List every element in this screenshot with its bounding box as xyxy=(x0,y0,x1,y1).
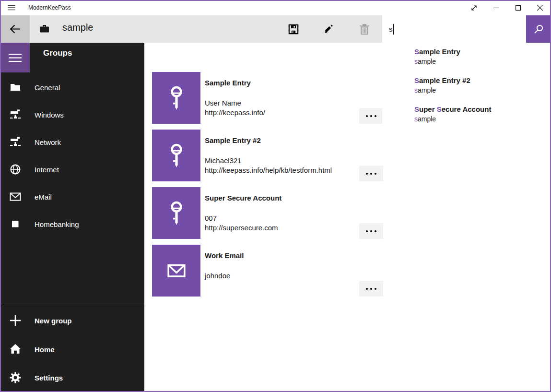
more-button[interactable] xyxy=(359,166,383,181)
sidebar-hamburger-button[interactable] xyxy=(0,43,30,72)
settings-button[interactable]: Settings xyxy=(0,364,144,391)
suggestion-title: Super Secure Account xyxy=(414,105,544,114)
sidebar-item-homebanking[interactable]: Homebanking xyxy=(0,211,144,238)
sidebar-action-label: New group xyxy=(35,317,72,325)
trash-icon xyxy=(360,24,369,35)
title-bar: ModernKeePass xyxy=(0,0,551,15)
sidebar-item-label: Network xyxy=(35,138,61,146)
sidebar-item-label: eMail xyxy=(35,193,52,201)
suggestion-item[interactable]: Super Secure Account sample xyxy=(414,105,544,124)
new-group-button[interactable]: New group xyxy=(0,307,144,334)
sidebar-item-label: Homebanking xyxy=(35,220,79,228)
more-button[interactable] xyxy=(359,108,383,124)
fullscreen-icon xyxy=(470,4,478,12)
sidebar-item-network[interactable]: Network xyxy=(0,129,144,155)
folder-icon xyxy=(10,82,21,93)
network-icon xyxy=(10,136,21,148)
entry-title: Sample Entry xyxy=(205,79,251,87)
app-bar: sample s xyxy=(0,15,551,43)
suggestion-item[interactable]: Sample Entry sample xyxy=(414,47,544,66)
entry-username: 007 xyxy=(205,214,217,223)
suggestion-item[interactable]: Sample Entry #2 sample xyxy=(414,76,544,95)
entry-row[interactable]: Work Email johndoe xyxy=(152,245,383,297)
entry-title: Super Secure Account xyxy=(205,194,281,202)
globe-icon xyxy=(10,164,21,175)
entry-row[interactable]: Super Secure Account 007 http://supersec… xyxy=(152,187,383,239)
sidebar-item-general[interactable]: General xyxy=(0,74,144,101)
sidebar-action-label: Settings xyxy=(35,374,63,382)
close-button[interactable] xyxy=(529,0,551,15)
database-briefcase-icon xyxy=(40,25,49,33)
entry-tile[interactable] xyxy=(152,245,200,297)
sidebar-item-internet[interactable]: Internet xyxy=(0,156,144,183)
hamburger-icon xyxy=(9,53,22,62)
entry-title: Sample Entry #2 xyxy=(205,136,261,144)
search-button[interactable] xyxy=(526,15,551,43)
key-icon xyxy=(163,199,190,227)
pencil-icon xyxy=(323,24,334,35)
text-caret xyxy=(393,24,394,35)
sidebar-divider xyxy=(0,304,144,304)
suggestion-subtitle: sample xyxy=(414,114,544,124)
sidebar-action-label: Home xyxy=(35,345,55,354)
suggestion-title: Sample Entry #2 xyxy=(414,76,544,85)
search-input-value: s xyxy=(389,25,393,33)
mail-icon xyxy=(10,191,21,202)
search-suggestions: Sample Entry sample Sample Entry #2 samp… xyxy=(382,43,550,137)
suggestion-subtitle: sample xyxy=(414,85,544,95)
close-icon xyxy=(537,5,543,11)
key-icon xyxy=(163,84,190,112)
ellipsis-icon xyxy=(366,173,368,175)
groups-heading: Groups xyxy=(43,48,72,59)
gear-icon xyxy=(10,372,21,383)
maximize-icon xyxy=(516,5,521,11)
edit-button[interactable] xyxy=(317,15,340,43)
entry-title: Work Email xyxy=(205,251,244,260)
back-button[interactable] xyxy=(0,15,30,43)
sidebar-item-label: Internet xyxy=(35,166,59,174)
plus-icon xyxy=(10,315,21,326)
more-button[interactable] xyxy=(359,281,383,297)
sidebar-item-label: General xyxy=(35,83,60,92)
save-button[interactable] xyxy=(282,15,305,43)
back-arrow-icon xyxy=(9,23,22,36)
database-title: sample xyxy=(62,22,93,33)
ellipsis-icon xyxy=(366,115,368,117)
search-icon xyxy=(534,24,543,34)
entry-username: johndoe xyxy=(205,271,230,281)
save-icon xyxy=(288,24,299,35)
entry-username: User Name xyxy=(205,98,241,108)
minimize-icon xyxy=(493,5,499,11)
maximize-button[interactable] xyxy=(507,0,529,15)
ellipsis-icon xyxy=(366,230,368,232)
minimize-button[interactable] xyxy=(485,0,507,15)
home-button[interactable]: Home xyxy=(0,336,144,363)
suggestion-subtitle: sample xyxy=(414,57,544,66)
key-icon xyxy=(163,142,190,169)
suggestion-title: Sample Entry xyxy=(414,47,544,57)
entry-username: Michael321 xyxy=(205,156,242,166)
entry-row[interactable]: Sample Entry User Name http://keepass.in… xyxy=(152,72,383,124)
sidebar-item-label: Windows xyxy=(35,111,64,119)
sidebar-item-email[interactable]: eMail xyxy=(0,183,144,210)
entry-tile[interactable] xyxy=(152,72,200,124)
search-input[interactable]: s xyxy=(382,15,526,43)
mail-icon xyxy=(162,256,191,285)
titlebar-hamburger-icon[interactable] xyxy=(0,0,23,15)
entry-tile[interactable] xyxy=(152,187,200,239)
entry-row[interactable]: Sample Entry #2 Michael321 http://keepas… xyxy=(152,130,383,181)
ellipsis-icon xyxy=(366,288,368,290)
entry-url: http://keepass.info/help/kb/testform.htm… xyxy=(205,166,332,175)
fullscreen-button[interactable] xyxy=(463,0,485,15)
square-icon xyxy=(10,218,21,230)
entry-url: http://keepass.info/ xyxy=(205,108,265,118)
entry-tile[interactable] xyxy=(152,130,200,181)
home-icon xyxy=(10,344,21,355)
network-icon xyxy=(10,109,21,120)
delete-button[interactable] xyxy=(353,15,376,43)
entry-url: http://supersecure.com xyxy=(205,223,278,233)
sidebar-item-windows[interactable]: Windows xyxy=(0,101,144,128)
more-button[interactable] xyxy=(359,223,383,239)
window-title: ModernKeePass xyxy=(28,4,71,11)
sidebar: Groups General Windows Network Internet … xyxy=(0,43,144,392)
